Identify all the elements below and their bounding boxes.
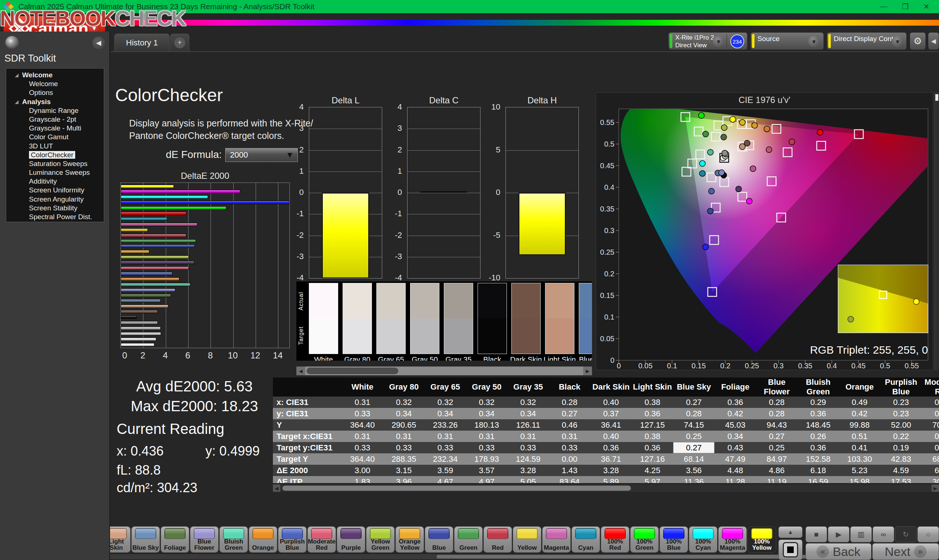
- cell[interactable]: 3.28: [507, 465, 549, 476]
- cell[interactable]: 5.97: [632, 476, 673, 483]
- cell[interactable]: 0.00: [549, 453, 590, 465]
- scroll-left-icon[interactable]: ◀: [296, 366, 305, 375]
- cell[interactable]: 0.32: [466, 397, 507, 408]
- sidebar-item-welcome[interactable]: Welcome: [6, 80, 104, 88]
- cell[interactable]: 0.32: [425, 397, 466, 408]
- cell[interactable]: 1.83: [342, 476, 383, 483]
- cell[interactable]: 3.28: [590, 465, 632, 476]
- close-button[interactable]: ✕: [923, 2, 930, 11]
- cell[interactable]: 0.49: [839, 397, 880, 408]
- cell[interactable]: 0.31: [466, 431, 507, 442]
- workflow-sphere-icon[interactable]: [5, 36, 19, 50]
- cell[interactable]: 0.51: [839, 431, 880, 442]
- cell[interactable]: 0.38: [632, 431, 673, 442]
- cell[interactable]: 0.42: [839, 408, 880, 419]
- cell[interactable]: 3.59: [425, 465, 466, 476]
- cell[interactable]: 180.13: [466, 419, 507, 431]
- cell[interactable]: 364.40: [342, 453, 383, 465]
- cell[interactable]: 3.00: [342, 465, 383, 476]
- cell[interactable]: 0.40: [590, 397, 632, 408]
- cell[interactable]: 3.57: [466, 465, 507, 476]
- sidebar-item-colorchecker[interactable]: ColorChecker: [6, 151, 104, 159]
- cell[interactable]: 52.00: [880, 419, 922, 431]
- back-button[interactable]: « Back: [805, 543, 871, 560]
- cell[interactable]: 3.56: [673, 465, 714, 476]
- cell[interactable]: 0.31: [342, 431, 383, 442]
- cell[interactable]: 0.36: [797, 442, 839, 453]
- sidebar-item-screen-stability[interactable]: Screen Stability: [6, 204, 104, 212]
- cell[interactable]: 0.27: [756, 431, 797, 442]
- patch-button-purplish-blue[interactable]: Purplish Blue: [278, 526, 307, 553]
- patch-button-magenta[interactable]: Magenta: [542, 526, 571, 553]
- patch-button-blue[interactable]: Blue: [425, 526, 453, 553]
- cell[interactable]: 70.88: [922, 419, 939, 431]
- sidebar-item-saturation-sweeps[interactable]: Saturation Sweeps: [6, 159, 104, 168]
- cell[interactable]: 0.31: [507, 431, 549, 442]
- scrollbar-thumb[interactable]: [436, 555, 814, 558]
- patch-button-foliage[interactable]: Foliage: [161, 526, 189, 553]
- scroll-right-icon[interactable]: ▶: [932, 485, 939, 492]
- cell[interactable]: 36.41: [590, 419, 632, 431]
- expander-icon[interactable]: ◢: [15, 97, 19, 106]
- cell[interactable]: 30.29: [922, 476, 939, 483]
- cell[interactable]: 124.59: [507, 453, 549, 465]
- cell[interactable]: 0.33: [383, 442, 425, 453]
- cell[interactable]: 11.19: [756, 476, 797, 483]
- panel-collapse-button[interactable]: ◀: [928, 32, 939, 50]
- cell[interactable]: 5.23: [839, 465, 880, 476]
- transport-button-0[interactable]: ■: [805, 526, 827, 542]
- transport-button-1[interactable]: ▶: [828, 526, 850, 542]
- patch-button-green[interactable]: Green: [454, 526, 483, 553]
- cell[interactable]: 0.22: [880, 431, 922, 442]
- cell[interactable]: 74.15: [673, 419, 714, 431]
- cell[interactable]: 4.67: [425, 476, 466, 483]
- sidebar-item-3d-lut[interactable]: 3D LUT: [6, 142, 104, 151]
- cell[interactable]: 0.31: [549, 431, 590, 442]
- settings-button[interactable]: ⚙: [910, 32, 926, 50]
- cell[interactable]: 0.31: [922, 442, 939, 453]
- cell[interactable]: 68.14: [673, 453, 714, 465]
- cell[interactable]: 233.26: [425, 419, 466, 431]
- cell[interactable]: 47.49: [714, 453, 756, 465]
- next-button[interactable]: Next »: [872, 543, 939, 560]
- cell[interactable]: 99.88: [839, 419, 880, 431]
- cell[interactable]: 0.25: [673, 431, 714, 442]
- cell[interactable]: 0.31: [425, 431, 466, 442]
- cell[interactable]: 0.41: [839, 442, 880, 453]
- transport-button-4[interactable]: ↻: [895, 526, 917, 542]
- cell[interactable]: 126.11: [507, 419, 549, 431]
- cell[interactable]: 290.65: [383, 419, 425, 431]
- cell[interactable]: 0.32: [507, 397, 549, 408]
- cell[interactable]: 0.36: [632, 442, 673, 453]
- maximize-button[interactable]: ❐: [902, 2, 908, 11]
- patch-button-100-green[interactable]: 100% Green: [630, 526, 659, 553]
- transport-button-3[interactable]: ∞: [873, 526, 894, 542]
- cell[interactable]: 0.33: [342, 408, 383, 419]
- cell[interactable]: 0.31: [342, 397, 383, 408]
- cell[interactable]: 5.89: [590, 476, 632, 483]
- cell[interactable]: 68.05: [922, 453, 939, 465]
- cell[interactable]: 0.25: [756, 442, 797, 453]
- cell[interactable]: 0.34: [466, 408, 507, 419]
- patch-strip-up-button[interactable]: ▲: [778, 526, 803, 538]
- cell[interactable]: 16.59: [797, 476, 839, 483]
- expander-icon[interactable]: ◢: [15, 71, 19, 80]
- cell[interactable]: 11.28: [714, 476, 756, 483]
- sidebar-item-options[interactable]: Options: [6, 88, 104, 97]
- patch-button-blue-flower[interactable]: Blue Flower: [190, 526, 219, 553]
- display-control-dropdown[interactable]: Direct Display Control ▼: [827, 32, 907, 50]
- patch-button-100-magenta[interactable]: 100% Magenta: [718, 526, 747, 553]
- add-tab-button[interactable]: +: [170, 34, 189, 51]
- cell[interactable]: 0.27: [549, 408, 590, 419]
- cell[interactable]: 0.37: [590, 408, 632, 419]
- sidebar-item-luminance-sweeps[interactable]: Luminance Sweeps: [6, 168, 104, 177]
- cell[interactable]: 0.28: [549, 397, 590, 408]
- patch-button-100-yellow[interactable]: 100% Yellow: [748, 526, 776, 553]
- cell[interactable]: 0.36: [714, 397, 756, 408]
- cell[interactable]: 0.33: [507, 442, 549, 453]
- sidebar-item-grayscale-2pt[interactable]: Grayscale - 2pt: [6, 115, 104, 124]
- scroll-left-icon[interactable]: ◀: [273, 485, 280, 492]
- scrollbar-thumb[interactable]: [282, 486, 631, 491]
- scrollbar-thumb[interactable]: [307, 368, 398, 374]
- patch-button-yellow-green[interactable]: Yellow Green: [366, 526, 395, 553]
